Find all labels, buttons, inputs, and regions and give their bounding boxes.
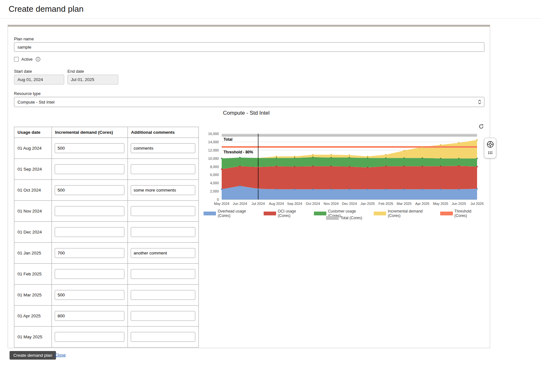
chart-tools-widget[interactable] (484, 138, 496, 158)
plan-name-input[interactable] (14, 42, 484, 52)
demand-input[interactable] (55, 206, 124, 216)
chart-block: Compute - Std Intel 02,0004,0006,0008,00… (204, 109, 485, 225)
comment-input[interactable] (131, 269, 195, 279)
svg-text:10,000: 10,000 (208, 157, 219, 160)
demand-input[interactable] (55, 290, 124, 300)
usage-date: 01 Aug 2024 (14, 146, 42, 151)
info-icon[interactable] (36, 57, 40, 62)
table-row: 01 Oct 2024 (14, 180, 199, 201)
svg-text:8,000: 8,000 (210, 165, 219, 169)
table-row: 01 Mar 2025 (14, 285, 199, 306)
svg-text:0: 0 (217, 198, 219, 201)
usage-date: 01 Dec 2024 (14, 230, 42, 234)
table-row: 01 Feb 2025 (14, 264, 199, 285)
active-row: Active (14, 57, 40, 62)
demand-chart: 02,0004,0006,0008,00010,00012,00014,0001… (204, 132, 485, 211)
usage-date: 01 Feb 2025 (14, 272, 42, 276)
legend-label: Total (Cores) (340, 216, 362, 220)
legend-swatch (264, 212, 276, 215)
svg-text:16,000: 16,000 (208, 132, 219, 136)
create-demand-plan-button[interactable]: Create demand plan (10, 351, 56, 360)
legend-swatch (326, 216, 339, 220)
usage-date-cell: 01 Sep 2024 (14, 159, 52, 180)
end-date-input[interactable] (67, 75, 118, 84)
comment-input[interactable] (131, 332, 195, 342)
table-row: 01 May 2025 (14, 327, 199, 348)
demand-input[interactable] (55, 248, 124, 258)
usage-date-cell: 01 Oct 2024 (14, 180, 52, 201)
legend-swatch (440, 212, 453, 215)
svg-text:Dec 2024: Dec 2024 (342, 202, 357, 206)
usage-date: 01 May 2025 (14, 335, 42, 339)
usage-date: 01 Sep 2024 (14, 167, 42, 172)
svg-text:Nov 2024: Nov 2024 (324, 202, 339, 206)
refresh-icon[interactable] (478, 123, 485, 130)
svg-text:Jul 2025: Jul 2025 (470, 202, 484, 206)
end-date-label: End date (67, 69, 84, 74)
svg-text:2,000: 2,000 (210, 189, 219, 193)
start-date-label: Start date (14, 69, 32, 74)
table-row: 01 Aug 2024 (14, 138, 199, 159)
svg-text:Jun 2025: Jun 2025 (452, 202, 466, 206)
start-date-input[interactable] (14, 75, 64, 84)
svg-text:May 2024: May 2024 (214, 202, 229, 206)
legend-swatch (374, 212, 386, 215)
usage-date-cell: 01 Feb 2025 (14, 264, 52, 285)
svg-text:Jul 2024: Jul 2024 (252, 202, 265, 206)
resource-type-select[interactable]: Compute - Std Intel (14, 97, 484, 107)
usage-date: 01 Apr 2025 (14, 314, 41, 318)
usage-date-cell: 01 Nov 2024 (14, 201, 52, 222)
demand-input[interactable] (55, 332, 124, 342)
svg-text:Aug 2024: Aug 2024 (269, 202, 284, 206)
svg-text:Jun 2024: Jun 2024 (233, 202, 247, 206)
usage-date-cell: 01 Mar 2025 (14, 285, 52, 306)
col-header-additional-comments: Additional comments (128, 127, 199, 138)
active-checkbox[interactable] (14, 57, 19, 62)
close-link[interactable]: Close (55, 353, 66, 357)
demand-input[interactable] (55, 185, 124, 195)
col-header-usage-date: Usage date (14, 127, 52, 138)
usage-date-cell: 01 Jan 2025 (14, 243, 52, 264)
comment-input[interactable] (131, 143, 195, 153)
comment-input[interactable] (131, 248, 195, 258)
legend-swatch (204, 212, 216, 215)
usage-date: 01 Oct 2024 (14, 188, 41, 193)
svg-text:Jan 2025: Jan 2025 (360, 202, 375, 206)
wheel-icon[interactable] (486, 140, 494, 150)
resource-type-label: Resource type (14, 91, 41, 96)
svg-text:Mar 2025: Mar 2025 (397, 202, 411, 206)
grid-handle-icon[interactable] (488, 152, 492, 154)
usage-date-cell: 01 Aug 2024 (14, 138, 52, 159)
table-row: 01 Apr 2025 (14, 306, 199, 327)
svg-text:May 2025: May 2025 (433, 202, 448, 206)
usage-date: 01 Jan 2025 (14, 251, 41, 255)
comment-input[interactable] (131, 164, 195, 174)
usage-date: 01 Nov 2024 (14, 209, 42, 213)
demand-table-body: 01 Aug 202401 Sep 202401 Oct 202401 Nov … (14, 138, 199, 348)
usage-date-cell: 01 May 2025 (14, 327, 52, 348)
comment-input[interactable] (131, 206, 195, 216)
svg-text:Apr 2025: Apr 2025 (415, 202, 430, 206)
svg-text:4,000: 4,000 (210, 181, 219, 185)
table-row: 01 Nov 2024 (14, 201, 199, 222)
usage-date-cell: 01 Apr 2025 (14, 306, 52, 327)
table-row: 01 Sep 2024 (14, 159, 199, 180)
usage-date-cell: 01 Dec 2024 (14, 222, 52, 243)
comment-input[interactable] (131, 290, 195, 300)
demand-input[interactable] (55, 269, 124, 279)
demand-input[interactable] (55, 311, 124, 321)
legend-swatch (314, 212, 326, 215)
table-row: 01 Jan 2025 (14, 243, 199, 264)
demand-input[interactable] (55, 227, 124, 237)
chart-legend-row-2: Total (Cores) (204, 216, 485, 220)
demand-input[interactable] (55, 143, 124, 153)
svg-text:Sep 2024: Sep 2024 (287, 202, 302, 206)
legend-item[interactable]: Total (Cores) (326, 216, 362, 220)
table-row: 01 Dec 2024 (14, 222, 199, 243)
demand-input[interactable] (55, 164, 124, 174)
demand-table: Usage date Incremental demand (Cores) Ad… (14, 127, 199, 348)
comment-input[interactable] (131, 227, 195, 237)
table-header-row: Usage date Incremental demand (Cores) Ad… (14, 127, 199, 138)
comment-input[interactable] (131, 185, 195, 195)
comment-input[interactable] (131, 311, 195, 321)
